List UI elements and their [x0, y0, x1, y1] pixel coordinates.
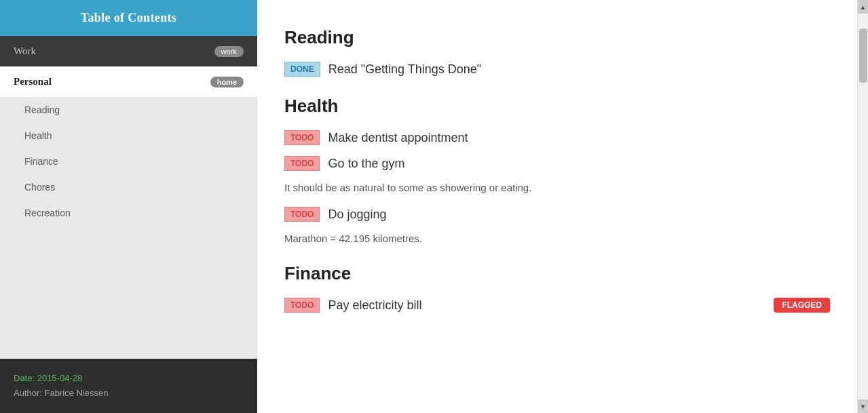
sidebar-subitem-finance[interactable]: Finance [0, 149, 257, 174]
sidebar-header: Table of Contents [0, 0, 257, 36]
sidebar: Table of Contents Work work Personal hom… [0, 0, 257, 413]
task-note: It should be as natural to some as showe… [284, 182, 830, 193]
task-row: TODO Do jogging [284, 207, 830, 222]
personal-badge: home [210, 77, 244, 87]
scroll-thumb[interactable] [859, 28, 867, 83]
task-row: TODO Make dentist appointment [284, 130, 830, 145]
sidebar-subitem-reading[interactable]: Reading [0, 97, 257, 123]
date-line: Date: 2015-04-28 [14, 371, 244, 386]
scrollbar[interactable]: ▲ ▼ [857, 0, 868, 413]
heading-reading: Reading [284, 27, 830, 48]
task-text: Make dentist appointment [328, 131, 468, 145]
work-badge: work [214, 46, 244, 57]
work-label: Work [14, 45, 36, 57]
sidebar-item-personal[interactable]: Personal home [0, 66, 257, 97]
badge-todo: TODO [284, 207, 320, 222]
task-text: Do jogging [328, 208, 386, 222]
task-text: Go to the gym [328, 157, 404, 171]
sidebar-subitem-recreation[interactable]: Recreation [0, 200, 257, 226]
sidebar-title: Table of Contents [81, 11, 176, 24]
heading-health: Health [284, 96, 830, 117]
task-row: TODO Go to the gym [284, 156, 830, 171]
sidebar-subitem-chores[interactable]: Chores [0, 174, 257, 200]
personal-label: Personal [14, 76, 52, 87]
task-row: DONE Read "Getting Things Done" [284, 62, 830, 77]
sidebar-footer: Date: 2015-04-28 Author: Fabrice Niessen [0, 359, 257, 413]
badge-done: DONE [284, 62, 320, 77]
main-content: Reading DONE Read "Getting Things Done" … [257, 0, 857, 413]
date-value: Date: 2015-04-28 [14, 373, 82, 383]
section-health: Health TODO Make dentist appointment TOD… [284, 96, 830, 244]
author-value: Author: Fabrice Niessen [14, 388, 108, 398]
badge-todo: TODO [284, 130, 320, 145]
author-line: Author: Fabrice Niessen [14, 386, 244, 401]
section-finance: Finance TODO Pay electricity bill FLAGGE… [284, 263, 830, 313]
task-text: Read "Getting Things Done" [328, 62, 482, 77]
badge-todo: TODO [284, 156, 320, 171]
sidebar-subitem-health[interactable]: Health [0, 123, 257, 149]
section-reading: Reading DONE Read "Getting Things Done" [284, 27, 830, 77]
badge-todo: TODO [284, 298, 320, 313]
sidebar-item-work[interactable]: Work work [0, 36, 257, 66]
task-note: Marathon = 42.195 kilometres. [284, 233, 830, 244]
task-row: TODO Pay electricity bill FLAGGED [284, 298, 830, 313]
task-text: Pay electricity bill [328, 298, 421, 313]
scroll-up-arrow[interactable]: ▲ [858, 0, 869, 14]
flagged-badge: FLAGGED [774, 298, 830, 313]
heading-finance: Finance [284, 263, 830, 284]
scroll-track[interactable] [858, 14, 868, 399]
scroll-down-arrow[interactable]: ▼ [858, 399, 869, 413]
sidebar-subitems: Reading Health Finance Chores Recreation [0, 97, 257, 359]
